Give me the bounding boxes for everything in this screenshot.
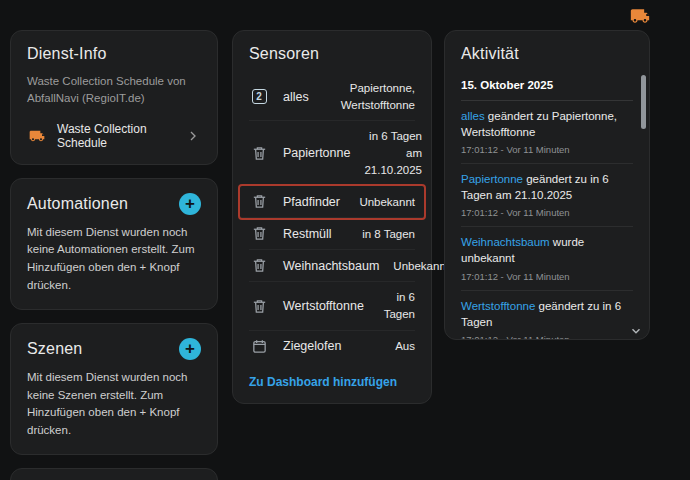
sensor-name: alles [283,90,309,104]
activity-entry-text: Papiertonne geändert zu in 6 Tagen am 21… [461,171,633,203]
entity-link[interactable]: Wertstofftonne [461,300,535,312]
activity-entry-text: alles geändert zu Papiertonne, Wertstoff… [461,108,633,140]
sensor-icon [249,298,269,315]
entity-link[interactable]: Weihnachtsbaum [461,236,550,248]
activity-entry-rest: geändert zu Papiertonne, Wertstofftonne [461,110,617,138]
activity-entry[interactable]: Wertstofftonne geändert zu in 6 Tagen 17… [461,291,633,340]
scenes-title: Szenen [27,340,82,358]
sensor-name: Papiertonne [283,146,350,160]
sensor-icon [249,193,269,210]
activity-date-header: 15. Oktober 2025 [461,71,633,101]
sensor-name: Weihnachtsbaum [283,259,379,273]
sensor-list: alles Papiertonne, Wertstofftonne Papier… [249,73,415,362]
scenes-empty-text: Mit diesem Dienst wurden noch keine Szen… [27,369,201,440]
sensor-name: Wertstofftonne [283,299,364,313]
service-info-card: Dienst-Info Waste Collection Schedule vo… [10,30,218,165]
service-info-title: Dienst-Info [27,45,201,63]
trash-can-icon [251,225,268,242]
sensor-icon [249,145,269,162]
integration-link-label: Waste Collection Schedule [57,122,175,150]
trash-can-icon [251,257,268,274]
sensor-icon [249,225,269,242]
activity-entry[interactable]: Papiertonne geändert zu in 6 Tagen am 21… [461,164,633,227]
sensor-row[interactable]: Ziegelofen Aus [249,331,415,362]
chevron-down-icon[interactable] [629,324,643,338]
activity-title: Aktivität [461,45,633,63]
scripts-card: Skripte Mit diesem Dienst wurden noch ke… [10,468,218,480]
sensor-name: Restmüll [283,227,348,241]
sensor-row[interactable]: alles Papiertonne, Wertstofftonne [249,73,415,121]
sensor-row[interactable]: Pfadfinder Unbekannt [240,186,424,218]
add-to-dashboard-link[interactable]: Zu Dashboard hinzufügen [249,375,415,389]
activity-entry[interactable]: alles geändert zu Papiertonne, Wertstoff… [461,101,633,164]
automations-title: Automationen [27,195,128,213]
chevron-right-icon [185,128,201,144]
activity-entry-text: Weihnachtsbaum wurde unbekannt [461,234,633,266]
sensor-name: Pfadfinder [283,195,345,209]
sensors-card: Sensoren alles Papiertonne, Wertstoffton… [232,30,432,404]
trash-can-icon [251,145,268,162]
automations-card: Automationen Mit diesem Dienst wurden no… [10,178,218,310]
scenes-card: Szenen Mit diesem Dienst wurden noch kei… [10,323,218,455]
activity-entry-text: Wertstofftonne geändert zu in 6 Tagen [461,298,633,330]
sensor-row[interactable]: Wertstofftonne in 6 Tagen [249,282,415,330]
sensor-value: Unbekannt [393,258,449,275]
sensor-name: Ziegelofen [283,339,381,353]
trash-can-icon [251,298,268,315]
sensor-value: Papiertonne, Wertstofftonne [323,80,415,113]
sensor-value: Unbekannt [359,194,415,211]
counter-icon [252,89,267,104]
sensors-title: Sensoren [249,45,415,63]
truck-icon [27,128,47,144]
right-column: Aktivität 15. Oktober 2025 alles geänder… [444,30,650,353]
sensor-row[interactable]: Weihnachtsbaum Unbekannt [249,250,415,282]
activity-entry-time: 17:01:12 - Vor 11 Minuten [461,144,633,155]
activity-list: alles geändert zu Papiertonne, Wertstoff… [461,101,633,340]
sensor-icon [249,89,269,104]
activity-entry-time: 17:01:12 - Vor 11 Minuten [461,207,633,218]
sensor-icon [249,257,269,274]
activity-scrollbar-thumb[interactable] [641,75,646,129]
add-scene-button[interactable] [179,338,201,360]
left-column: Dienst-Info Waste Collection Schedule vo… [10,30,218,480]
automations-empty-text: Mit diesem Dienst wurden noch keine Auto… [27,224,201,295]
sensor-icon [249,338,269,355]
sensor-value: in 6 Tagen am 21.10.2025 [364,128,422,178]
entity-link[interactable]: alles [461,110,485,122]
sensor-value: Aus [395,338,415,355]
middle-column: Sensoren alles Papiertonne, Wertstoffton… [232,30,432,417]
activity-entry[interactable]: Weihnachtsbaum wurde unbekannt 17:01:12 … [461,227,633,290]
activity-entry-time: 17:01:12 - Vor 11 Minuten [461,334,633,340]
add-automation-button[interactable] [179,193,201,215]
integration-link-row[interactable]: Waste Collection Schedule [27,122,201,150]
activity-card: Aktivität 15. Oktober 2025 alles geänder… [444,30,650,340]
integration-truck-icon [628,6,652,26]
activity-entry-time: 17:01:12 - Vor 11 Minuten [461,271,633,282]
service-info-description: Waste Collection Schedule von AbfallNavi… [27,73,187,108]
sensor-row[interactable]: Papiertonne in 6 Tagen am 21.10.2025 [249,121,415,186]
entity-link[interactable]: Papiertonne [461,173,523,185]
sensor-row[interactable]: Restmüll in 8 Tagen [249,218,415,250]
sensor-value: in 6 Tagen [378,289,415,322]
calendar-icon [251,338,268,355]
trash-can-icon [251,193,268,210]
sensor-value: in 8 Tagen [362,226,415,243]
